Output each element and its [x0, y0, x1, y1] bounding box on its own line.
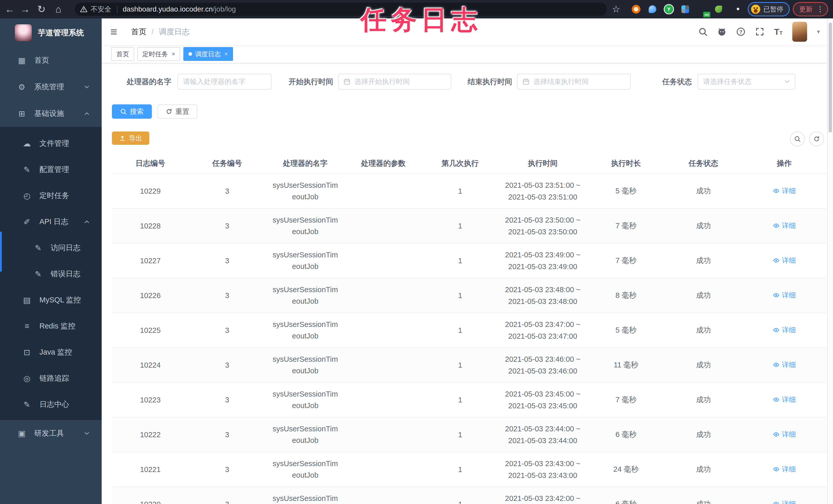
handler-name: sysUserSessionTimeoutJob	[272, 284, 339, 307]
sidebar-item-file-manage[interactable]: ☁文件管理	[0, 130, 102, 157]
time-start: 2021-05-03 23:42:00 ~	[499, 493, 587, 504]
browser-home-icon[interactable]: ⌂	[51, 0, 66, 19]
browser-menu-icon[interactable]: ⋮	[817, 6, 824, 13]
extension-leaf-icon[interactable]	[715, 6, 722, 13]
filter-actions: 搜索 重置	[112, 104, 827, 119]
handler-name-input[interactable]	[178, 74, 271, 89]
cell-execute-index: 1	[422, 313, 499, 348]
sidebar-item-java-monitor[interactable]: ⊡Java 监控	[0, 339, 102, 366]
help-icon[interactable]	[736, 27, 745, 36]
cell-handler: sysUserSessionTimeoutJob	[265, 487, 345, 504]
sidebar-item-redis-monitor[interactable]: ≡Redis 监控	[0, 313, 102, 339]
url-path: /job/log	[213, 5, 236, 13]
edit-icon: ✎	[33, 243, 44, 253]
tab-timed-task[interactable]: 定时任务×	[137, 47, 180, 61]
end-time-control[interactable]	[517, 74, 631, 90]
header-search-icon[interactable]	[698, 27, 708, 36]
handler-name: sysUserSessionTimeoutJob	[272, 388, 339, 411]
sidebar-item-api-log[interactable]: ✐API 日志	[0, 209, 102, 235]
sidebar-logo-row[interactable]: 芋道管理系统	[0, 19, 102, 47]
screen: ← → ↻ ⌂ 不安全 dashboard.yudao.iocoder.cn /…	[0, 0, 833, 504]
detail-link[interactable]: 详细	[773, 325, 796, 335]
breadcrumb-home[interactable]: 首页	[131, 27, 146, 37]
sidebar-item-dev-tools[interactable]: ▣研发工具	[0, 420, 102, 447]
detail-link[interactable]: 详细	[773, 221, 796, 230]
end-time-input[interactable]	[530, 74, 630, 89]
detail-link[interactable]: 详细	[773, 430, 796, 439]
time-end: 2021-05-03 23:43:00	[499, 470, 587, 481]
sidebar-item-timed-task[interactable]: ◴定时任务	[0, 183, 102, 209]
reset-button[interactable]: 重置	[158, 104, 197, 119]
cell-duration: 7 毫秒	[587, 382, 665, 417]
avatar[interactable]	[792, 22, 807, 42]
cell-status: 成功	[665, 243, 742, 278]
sidebar-item-log-center[interactable]: ✎日志中心	[0, 392, 102, 418]
cell-status: 成功	[665, 382, 742, 417]
execute-time: 2021-05-03 23:50:00 ~2021-05-03 23:50:00	[499, 214, 587, 238]
github-icon[interactable]	[717, 27, 727, 36]
cell-action: 详细	[742, 417, 827, 452]
cell-log-id: 10221	[112, 452, 189, 487]
cell-job-id: 3	[189, 278, 265, 313]
sidebar-item-infrastructure[interactable]: ⊞基础设施	[0, 100, 102, 127]
sidebar-item-trace[interactable]: ◎链路追踪	[0, 366, 102, 392]
browser-update-button[interactable]: 更新 ⋮	[793, 2, 828, 16]
search-button[interactable]: 搜索	[112, 104, 152, 119]
detail-link[interactable]: 详细	[773, 395, 796, 404]
job-status-control[interactable]	[697, 74, 795, 90]
fullscreen-icon[interactable]	[755, 27, 764, 36]
cell-job-id: 3	[189, 417, 265, 452]
browser-forward-icon[interactable]: →	[18, 0, 33, 19]
extension-grid-icon[interactable]	[682, 5, 689, 13]
cell-execute-index: 1	[422, 382, 499, 417]
detail-link[interactable]: 详细	[773, 186, 796, 196]
cell-param	[345, 348, 422, 382]
begin-time-control[interactable]	[338, 74, 451, 90]
cell-job-id: 3	[189, 243, 265, 278]
sidebar-item-access-log[interactable]: ✎访问日志	[0, 235, 102, 261]
detail-link-label: 详细	[782, 186, 796, 196]
detail-link[interactable]: 详细	[773, 360, 796, 370]
close-icon[interactable]: ×	[171, 50, 175, 57]
browser-reload-icon[interactable]: ↻	[34, 0, 49, 19]
detail-link[interactable]: 详细	[773, 291, 796, 300]
cell-execute-index: 1	[422, 243, 499, 278]
tab-job-log[interactable]: 调度日志×	[183, 47, 233, 61]
export-button[interactable]: 导出	[112, 131, 149, 145]
address-bar[interactable]: 不安全 dashboard.yudao.iocoder.cn /job/log	[75, 3, 607, 16]
extension-green-y-icon[interactable]: Y	[664, 4, 674, 14]
browser-back-icon[interactable]: ←	[2, 0, 18, 19]
cell-action: 详细	[742, 208, 827, 243]
hamburger-icon[interactable]: ≡	[110, 26, 117, 37]
bookmark-star-icon[interactable]: ☆	[612, 4, 620, 15]
sidebar-item-label: MySQL 监控	[40, 295, 81, 305]
font-size-icon[interactable]: TT	[774, 27, 783, 36]
begin-time-input[interactable]	[351, 74, 451, 89]
detail-link[interactable]: 详细	[773, 464, 796, 474]
tab-home[interactable]: 首页	[111, 47, 134, 61]
sidebar-item-mysql-monitor[interactable]: ▤MySQL 监控	[0, 287, 102, 313]
extension-orange-icon[interactable]	[632, 5, 640, 14]
page-scrollbar-thumb[interactable]	[829, 23, 832, 132]
close-icon[interactable]: ×	[224, 50, 228, 57]
time-end: 2021-05-03 23:47:00	[499, 330, 587, 342]
page-scrollbar[interactable]	[827, 19, 833, 504]
cell-log-id: 10226	[112, 278, 189, 313]
sidebar-item-home[interactable]: ▦首页	[0, 47, 102, 74]
detail-link[interactable]: 详细	[773, 256, 796, 265]
job-status-input[interactable]	[698, 74, 795, 89]
handler-name-control[interactable]	[177, 74, 271, 90]
extension-blue-icon[interactable]	[649, 5, 656, 13]
refresh-table-button[interactable]	[809, 131, 824, 146]
handler-name: sysUserSessionTimeoutJob	[272, 180, 339, 203]
toggle-search-button[interactable]	[790, 131, 805, 146]
sidebar-item-system[interactable]: ⚙系统管理	[0, 74, 102, 100]
sidebar-scrollbar-thumb[interactable]	[0, 231, 2, 272]
sidebar-item-label: 访问日志	[51, 243, 80, 253]
paused-extension-pill[interactable]: 已暂停	[748, 2, 790, 16]
sidebar-item-error-log[interactable]: ✎错误日志	[0, 261, 102, 287]
detail-link[interactable]: 详细	[773, 499, 796, 504]
chevron-down-icon[interactable]: ▾	[817, 28, 820, 35]
sidebar-item-config-manage[interactable]: ✎配置管理	[0, 157, 102, 183]
detail-link-label: 详细	[782, 499, 796, 504]
